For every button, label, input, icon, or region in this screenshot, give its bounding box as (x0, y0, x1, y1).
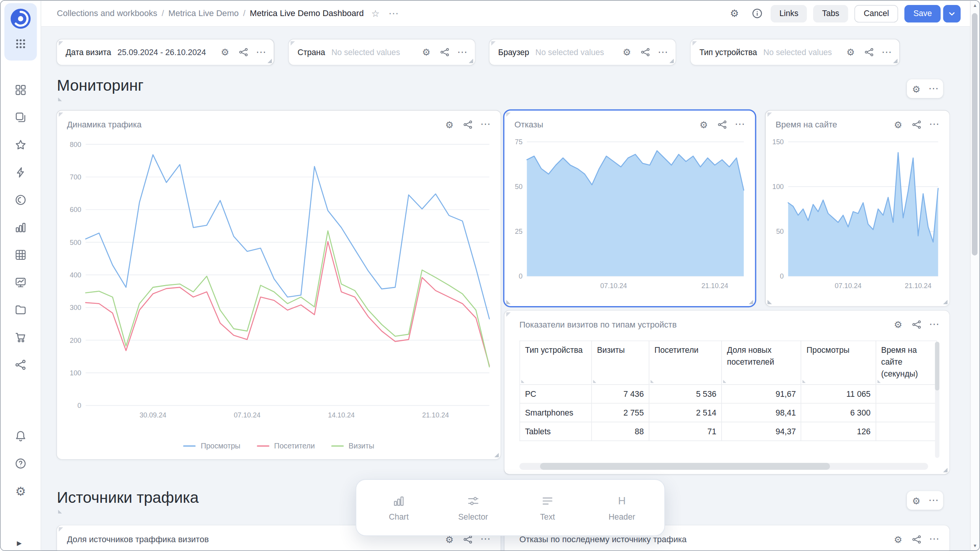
sidebar-item-tables[interactable] (15, 249, 27, 261)
resize-handle[interactable] (58, 510, 62, 514)
resize-handle[interactable] (268, 59, 272, 63)
gear-icon[interactable]: ⚙ (892, 533, 905, 546)
resize-handle[interactable] (59, 527, 63, 531)
resize-handle[interactable] (491, 41, 495, 46)
scrollbar-thumb[interactable] (540, 463, 830, 470)
apps-grid-icon[interactable] (15, 37, 27, 50)
table-header-cell[interactable]: Доля новых посетителей (722, 341, 801, 385)
sidebar-item-charts[interactable] (15, 221, 27, 234)
widget-time-on-site[interactable]: Время на сайте ⚙⋯ 05010015007.10.2421.10… (766, 111, 949, 306)
dashboard-settings-gear-icon[interactable]: ⚙ (727, 6, 742, 21)
more-icon[interactable]: ⋯ (389, 8, 399, 20)
more-icon[interactable]: ⋯ (928, 118, 941, 131)
relations-icon[interactable] (910, 533, 923, 546)
sidebar-item-connections-flow[interactable] (15, 359, 27, 371)
gear-icon[interactable]: ⚙ (443, 118, 456, 131)
table-header-cell[interactable]: Время на сайте (секунды) (876, 341, 937, 385)
relations-icon[interactable] (237, 46, 250, 59)
sidebar-item-editor-monitor[interactable] (15, 276, 27, 289)
table-header-cell[interactable]: Визиты (592, 341, 649, 385)
gear-icon[interactable]: ⚙ (621, 46, 633, 59)
filter-widget-date[interactable]: Дата визита 25.09.2024 - 26.10.2024 ⚙⋯ (57, 39, 274, 65)
resize-handle[interactable] (59, 112, 63, 117)
favorite-star-icon[interactable]: ☆ (371, 8, 380, 19)
info-icon[interactable] (750, 6, 764, 21)
more-icon[interactable]: ⋯ (456, 46, 469, 59)
gear-icon[interactable]: ⚙ (219, 46, 231, 59)
relations-icon[interactable] (639, 46, 652, 59)
sidebar-expand-icon[interactable]: ▶ (17, 540, 22, 547)
cancel-button[interactable]: Cancel (854, 5, 898, 22)
filter-value[interactable]: 25.09.2024 - 26.10.2024 (118, 47, 219, 57)
filter-widget-device-type[interactable]: Тип устройства No selected values ⚙⋯ (691, 39, 899, 65)
sidebar-item-datalens[interactable] (15, 194, 27, 206)
filter-value[interactable]: No selected values (332, 47, 420, 57)
resize-handle[interactable] (506, 300, 510, 304)
legend-item[interactable]: Посетители (256, 442, 315, 450)
table-header-cell[interactable]: Посетители (649, 341, 722, 385)
relations-icon[interactable] (910, 118, 923, 131)
breadcrumb-collections[interactable]: Collections and workbooks (57, 9, 157, 18)
scrollbar-thumb[interactable] (935, 342, 939, 391)
filter-widget-country[interactable]: Страна No selected values ⚙⋯ (289, 39, 475, 65)
sidebar-item-marketplace-cart[interactable] (15, 331, 27, 344)
help-icon[interactable] (15, 457, 27, 470)
notifications-bell-icon[interactable] (15, 430, 27, 442)
section-traffic-sources[interactable]: Источники трафика (57, 487, 199, 508)
sidebar-item-files-folder[interactable] (15, 303, 27, 316)
resize-handle[interactable] (506, 312, 510, 316)
resize-handle[interactable] (494, 453, 498, 457)
add-selector-button[interactable]: Selector (447, 494, 500, 522)
more-icon[interactable]: ⋯ (928, 533, 941, 546)
gear-icon[interactable]: ⚙ (909, 493, 924, 508)
settings-gear-icon[interactable]: ⚙ (15, 485, 27, 497)
filter-value[interactable]: No selected values (536, 47, 621, 57)
more-icon[interactable]: ⋯ (255, 46, 268, 59)
widget-bounces[interactable]: Отказы ⚙⋯ 025507507.10.2421.10.24 (505, 111, 755, 306)
resize-handle[interactable] (749, 300, 753, 304)
legend-item[interactable]: Просмотры (183, 442, 240, 450)
sidebar-item-functions-bolt[interactable] (15, 166, 27, 179)
scroll-down-icon[interactable]: ▼ (971, 543, 980, 548)
filter-widget-browser[interactable]: Браузер No selected values ⚙⋯ (489, 39, 676, 65)
more-icon[interactable]: ⋯ (734, 118, 746, 131)
add-text-button[interactable]: Text (521, 494, 574, 522)
breadcrumb-workbook[interactable]: Metrica Live Demo (168, 9, 239, 18)
gear-icon[interactable]: ⚙ (892, 318, 905, 331)
gear-icon[interactable]: ⚙ (892, 118, 905, 131)
relations-icon[interactable] (715, 118, 728, 131)
sidebar-item-objects[interactable] (15, 84, 27, 96)
links-button[interactable]: Links (771, 5, 807, 22)
more-icon[interactable]: ⋯ (928, 318, 941, 331)
sidebar-item-favorites[interactable] (15, 139, 27, 151)
save-button[interactable]: Save (905, 5, 941, 22)
vertical-scrollbar[interactable] (935, 342, 939, 458)
window-scrollbar[interactable]: ▲ ▼ (970, 1, 979, 551)
resize-handle[interactable] (59, 41, 63, 46)
gear-icon[interactable]: ⚙ (909, 81, 924, 96)
relations-icon[interactable] (910, 318, 923, 331)
tabs-button[interactable]: Tabs (813, 5, 848, 22)
resize-handle[interactable] (768, 112, 772, 117)
more-icon[interactable]: ⋯ (479, 118, 492, 131)
relations-icon[interactable] (438, 46, 451, 59)
resize-handle[interactable] (670, 59, 674, 63)
resize-handle[interactable] (58, 98, 62, 101)
scroll-up-icon[interactable]: ▲ (971, 3, 980, 7)
gear-icon[interactable]: ⚙ (844, 46, 857, 59)
resize-handle[interactable] (291, 41, 295, 46)
more-icon[interactable]: ⋯ (880, 46, 893, 59)
horizontal-scrollbar[interactable] (519, 463, 928, 470)
table-header-cell[interactable]: Просмотры (801, 341, 876, 385)
datalens-logo[interactable] (10, 8, 31, 32)
relations-icon[interactable] (862, 46, 875, 59)
gear-icon[interactable]: ⚙ (697, 118, 710, 131)
add-header-button[interactable]: H Header (595, 494, 648, 522)
scrollbar-thumb[interactable] (972, 13, 978, 255)
widget-device-table[interactable]: Показатели визитов по типам устройств ⚙⋯… (505, 310, 949, 474)
filter-value[interactable]: No selected values (763, 47, 844, 57)
save-dropdown-button[interactable] (943, 5, 961, 22)
sidebar-item-collections[interactable] (15, 111, 27, 124)
relations-icon[interactable] (461, 118, 474, 131)
widget-traffic-dynamics[interactable]: Динамика трафика ⚙⋯ 01002003004005006007… (57, 111, 501, 459)
